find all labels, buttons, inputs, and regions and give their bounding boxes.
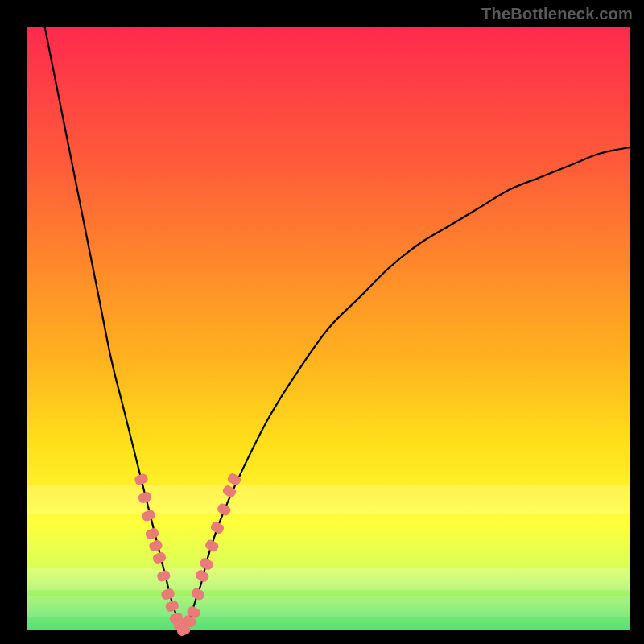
- data-marker: [164, 600, 180, 613]
- data-marker: [216, 502, 232, 517]
- data-marker: [190, 587, 206, 601]
- data-marker: [141, 509, 156, 522]
- data-marker: [134, 473, 149, 486]
- frame-bottom: [0, 630, 644, 644]
- data-marker: [137, 491, 152, 505]
- bottleneck-chart: TheBottleneck.com: [0, 0, 644, 644]
- curve-layer: [27, 27, 630, 630]
- data-marker: [144, 527, 159, 541]
- right-bottleneck-curve: [184, 147, 630, 630]
- data-marker: [148, 539, 163, 553]
- data-marker: [151, 551, 167, 565]
- data-marker: [194, 568, 210, 583]
- watermark-text: TheBottleneck.com: [481, 5, 633, 23]
- frame-right: [630, 0, 644, 644]
- data-marker: [199, 556, 215, 571]
- frame-left: [0, 0, 27, 644]
- data-marker: [156, 569, 171, 583]
- data-marker: [209, 520, 225, 535]
- left-bottleneck-curve: [45, 27, 184, 630]
- data-marker: [160, 588, 175, 601]
- data-marker: [204, 539, 220, 553]
- data-markers: [134, 472, 242, 637]
